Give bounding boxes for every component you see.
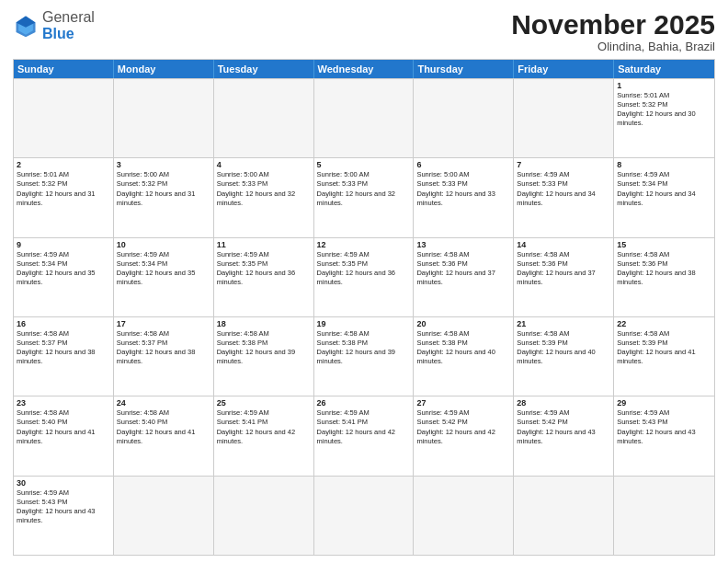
day-number: 1 (617, 81, 711, 90)
day-info-line: Daylight: 12 hours and 41 minutes. (117, 428, 195, 445)
empty-cell (314, 477, 415, 555)
empty-cell (514, 79, 614, 157)
day-info: Sunrise: 4:59 AMSunset: 5:41 PMDaylight:… (217, 408, 311, 446)
day-info-line: Daylight: 12 hours and 31 minutes. (117, 190, 195, 207)
calendar: SundayMondayTuesdayWednesdayThursdayFrid… (13, 59, 715, 556)
day-info-line: Sunrise: 4:59 AM (217, 250, 269, 259)
day-info: Sunrise: 5:01 AMSunset: 5:32 PMDaylight:… (17, 170, 110, 208)
day-info: Sunrise: 4:58 AMSunset: 5:40 PMDaylight:… (117, 408, 210, 446)
day-number: 30 (17, 478, 110, 488)
empty-cell (614, 477, 714, 555)
day-info-line: Sunrise: 5:00 AM (117, 170, 169, 178)
day-cell-22: 22Sunrise: 4:58 AMSunset: 5:39 PMDayligh… (614, 317, 714, 396)
day-info-line: Daylight: 12 hours and 40 minutes. (416, 348, 495, 365)
day-info-line: Daylight: 12 hours and 32 minutes. (317, 190, 395, 207)
page: General Blue November 2025 Olindina, Bah… (0, 0, 728, 563)
day-info-line: Sunrise: 4:59 AM (416, 408, 469, 417)
calendar-row-3: 16Sunrise: 4:58 AMSunset: 5:37 PMDayligh… (14, 316, 714, 396)
day-info-line: Sunrise: 4:58 AM (17, 329, 69, 338)
day-info-line: Sunset: 5:34 PM (617, 179, 667, 188)
day-info-line: Sunset: 5:43 PM (617, 418, 667, 426)
day-cell-28: 28Sunrise: 4:59 AMSunset: 5:42 PMDayligh… (514, 396, 614, 475)
day-info: Sunrise: 4:58 AMSunset: 5:38 PMDaylight:… (416, 329, 510, 367)
day-info: Sunrise: 5:00 AMSunset: 5:33 PMDaylight:… (217, 170, 311, 208)
empty-cell (114, 477, 214, 555)
day-cell-2: 2Sunrise: 5:01 AMSunset: 5:32 PMDaylight… (14, 158, 114, 236)
day-info: Sunrise: 4:59 AMSunset: 5:33 PMDaylight:… (517, 170, 610, 208)
day-cell-26: 26Sunrise: 4:59 AMSunset: 5:41 PMDayligh… (314, 396, 415, 475)
day-number: 15 (617, 240, 711, 249)
day-number: 2 (17, 160, 110, 169)
day-info-line: Sunset: 5:39 PM (617, 339, 667, 347)
weekday-header-thursday: Thursday (414, 60, 514, 78)
day-info-line: Daylight: 12 hours and 36 minutes. (317, 269, 395, 286)
calendar-header: SundayMondayTuesdayWednesdayThursdayFrid… (14, 60, 714, 78)
day-number: 22 (617, 319, 711, 328)
day-info: Sunrise: 4:58 AMSunset: 5:37 PMDaylight:… (17, 329, 110, 367)
day-number: 18 (217, 319, 311, 328)
day-cell-16: 16Sunrise: 4:58 AMSunset: 5:37 PMDayligh… (14, 317, 114, 396)
day-info-line: Sunset: 5:40 PM (117, 418, 167, 426)
logo: General Blue (13, 9, 95, 41)
day-info-line: Sunrise: 4:59 AM (517, 170, 569, 178)
day-info-line: Sunrise: 4:59 AM (17, 250, 69, 259)
day-info-line: Sunset: 5:37 PM (117, 339, 167, 347)
day-info-line: Sunrise: 5:00 AM (317, 170, 370, 178)
day-number: 7 (517, 160, 610, 169)
weekday-header-saturday: Saturday (614, 60, 714, 78)
day-info-line: Sunset: 5:35 PM (317, 259, 368, 268)
day-info: Sunrise: 4:58 AMSunset: 5:40 PMDaylight:… (17, 408, 110, 446)
day-info-line: Sunrise: 4:59 AM (317, 408, 370, 417)
day-info: Sunrise: 4:59 AMSunset: 5:34 PMDaylight:… (117, 250, 210, 288)
day-cell-10: 10Sunrise: 4:59 AMSunset: 5:34 PMDayligh… (114, 238, 214, 316)
day-cell-23: 23Sunrise: 4:58 AMSunset: 5:40 PMDayligh… (14, 396, 114, 475)
day-info-line: Sunrise: 4:58 AM (617, 329, 669, 338)
day-info-line: Sunrise: 4:58 AM (117, 408, 169, 417)
day-info-line: Sunrise: 4:59 AM (617, 170, 669, 178)
day-info: Sunrise: 4:58 AMSunset: 5:36 PMDaylight:… (617, 250, 711, 288)
day-info-line: Sunrise: 4:59 AM (617, 408, 669, 417)
day-number: 28 (517, 398, 610, 408)
day-cell-5: 5Sunrise: 5:00 AMSunset: 5:33 PMDaylight… (314, 158, 415, 236)
day-cell-19: 19Sunrise: 4:58 AMSunset: 5:38 PMDayligh… (314, 317, 415, 396)
day-info-line: Sunrise: 4:59 AM (517, 408, 569, 417)
weekday-header-friday: Friday (514, 60, 614, 78)
calendar-row-0: 1Sunrise: 5:01 AMSunset: 5:32 PMDaylight… (14, 78, 714, 157)
day-info: Sunrise: 4:59 AMSunset: 5:35 PMDaylight:… (217, 250, 311, 288)
day-info-line: Sunset: 5:40 PM (17, 418, 67, 426)
day-cell-4: 4Sunrise: 5:00 AMSunset: 5:33 PMDaylight… (214, 158, 314, 236)
day-info-line: Daylight: 12 hours and 35 minutes. (117, 269, 195, 286)
day-info-line: Daylight: 12 hours and 37 minutes. (416, 269, 495, 286)
day-number: 19 (317, 319, 411, 328)
day-info: Sunrise: 4:59 AMSunset: 5:34 PMDaylight:… (17, 250, 110, 288)
day-cell-9: 9Sunrise: 4:59 AMSunset: 5:34 PMDaylight… (14, 238, 114, 316)
day-cell-18: 18Sunrise: 4:58 AMSunset: 5:38 PMDayligh… (214, 317, 314, 396)
day-info: Sunrise: 4:59 AMSunset: 5:42 PMDaylight:… (517, 408, 610, 446)
day-info-line: Daylight: 12 hours and 41 minutes. (17, 428, 95, 445)
weekday-header-tuesday: Tuesday (214, 60, 314, 78)
day-info-line: Daylight: 12 hours and 41 minutes. (617, 348, 695, 365)
day-info-line: Daylight: 12 hours and 43 minutes. (617, 428, 695, 445)
empty-cell (314, 79, 415, 157)
day-info-line: Sunrise: 5:01 AM (617, 91, 669, 99)
day-info: Sunrise: 4:58 AMSunset: 5:39 PMDaylight:… (517, 329, 610, 367)
day-info-line: Daylight: 12 hours and 39 minutes. (317, 348, 395, 365)
day-info-line: Daylight: 12 hours and 37 minutes. (517, 269, 595, 286)
day-info-line: Sunset: 5:32 PM (617, 100, 667, 109)
calendar-body: 1Sunrise: 5:01 AMSunset: 5:32 PMDaylight… (14, 78, 714, 555)
day-info: Sunrise: 5:01 AMSunset: 5:32 PMDaylight:… (617, 91, 711, 129)
day-info: Sunrise: 4:58 AMSunset: 5:37 PMDaylight:… (117, 329, 210, 367)
day-info: Sunrise: 4:59 AMSunset: 5:42 PMDaylight:… (416, 408, 510, 446)
day-info-line: Sunset: 5:34 PM (117, 259, 167, 268)
day-cell-3: 3Sunrise: 5:00 AMSunset: 5:32 PMDaylight… (114, 158, 214, 236)
day-number: 11 (217, 240, 311, 249)
day-info-line: Sunrise: 4:59 AM (217, 408, 269, 417)
day-number: 4 (217, 160, 311, 169)
day-info-line: Daylight: 12 hours and 42 minutes. (217, 428, 295, 445)
day-info-line: Sunset: 5:32 PM (17, 179, 67, 188)
day-info-line: Daylight: 12 hours and 31 minutes. (17, 190, 95, 207)
day-info-line: Sunrise: 4:58 AM (416, 329, 469, 338)
day-cell-17: 17Sunrise: 4:58 AMSunset: 5:37 PMDayligh… (114, 317, 214, 396)
calendar-row-1: 2Sunrise: 5:01 AMSunset: 5:32 PMDaylight… (14, 157, 714, 236)
day-cell-15: 15Sunrise: 4:58 AMSunset: 5:36 PMDayligh… (614, 238, 714, 316)
